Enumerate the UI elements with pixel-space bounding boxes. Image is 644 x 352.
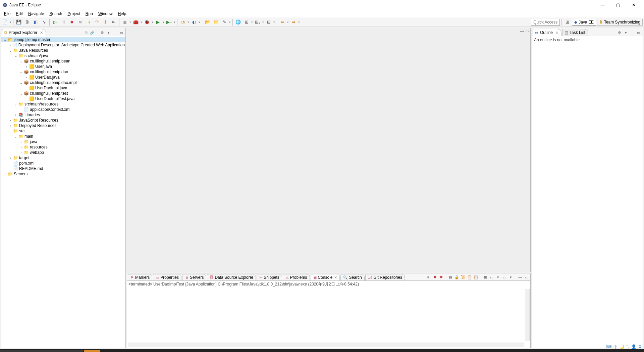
expand-toggle[interactable]: › bbox=[19, 145, 23, 149]
expand-toggle[interactable]: ⌄ bbox=[19, 70, 23, 74]
tree-node[interactable]: ›🟨User.java bbox=[1, 64, 125, 69]
step-over-button[interactable]: ↷ bbox=[93, 18, 101, 26]
menu-edit[interactable]: Edit bbox=[13, 11, 25, 17]
new-button[interactable]: 📄 bbox=[1, 18, 9, 26]
forward-button[interactable]: ➡ bbox=[290, 18, 297, 26]
tree-node[interactable]: ⌄📂jlemip [jlemip master] bbox=[1, 37, 125, 42]
tree-node[interactable]: 📄README.md bbox=[1, 166, 125, 171]
tree-node[interactable]: ›📁resources bbox=[1, 144, 125, 150]
tool-button[interactable]: ◧ bbox=[32, 18, 39, 26]
tree-node[interactable]: ⌄📦cn.lilinghui.jlemip.test bbox=[1, 91, 125, 96]
menu-search[interactable]: Search bbox=[47, 11, 65, 17]
tree-node[interactable]: ⌄📁src bbox=[1, 128, 125, 134]
tab-git-repositories[interactable]: ⎇Git Repositories bbox=[365, 274, 405, 280]
tab-servers[interactable]: 🖥Servers bbox=[182, 274, 206, 280]
disconnect-button[interactable]: ⤭ bbox=[76, 18, 84, 26]
expand-toggle[interactable]: › bbox=[24, 76, 29, 79]
spell-icon[interactable]: °, bbox=[627, 344, 629, 350]
debug-button[interactable]: 🐞 bbox=[143, 18, 151, 26]
collapse-all-button[interactable]: ⊟ bbox=[83, 30, 89, 35]
tool-button[interactable]: ⊞ bbox=[243, 18, 250, 26]
menu-window[interactable]: Window bbox=[96, 11, 115, 17]
suspend-button[interactable]: ⏸ bbox=[60, 18, 67, 26]
expand-toggle[interactable]: › bbox=[8, 156, 13, 160]
console-toolbar-button[interactable]: ▾ bbox=[508, 274, 514, 280]
tree-node[interactable]: ›📁JavaScript Resources bbox=[1, 118, 125, 123]
ime-icon[interactable]: ⌨ bbox=[606, 344, 611, 350]
tool-button[interactable]: ✎ bbox=[221, 18, 228, 26]
step-into-button[interactable]: ↴ bbox=[85, 18, 92, 26]
tree-node[interactable]: ›📁webapp bbox=[1, 150, 125, 155]
tree-node[interactable]: 🟨UserDaoImpl.java bbox=[1, 85, 125, 91]
view-menu-button[interactable]: ⚙ bbox=[100, 30, 105, 35]
tool-button[interactable]: ◐ bbox=[190, 18, 198, 26]
console-toolbar-button[interactable]: ▤ bbox=[448, 274, 453, 280]
minimize-view-button[interactable]: — bbox=[520, 29, 524, 34]
drop-frame-button[interactable]: ⇤ bbox=[110, 18, 117, 26]
tool-button[interactable]: 🌐 bbox=[234, 18, 242, 26]
tree-node[interactable]: ⌄📁src/main/resources bbox=[1, 101, 125, 107]
tool-button[interactable]: ⊞₂ bbox=[254, 18, 261, 26]
scrollbar[interactable] bbox=[525, 289, 530, 341]
console-toolbar-button[interactable]: ✖ bbox=[438, 274, 444, 280]
gear-icon[interactable]: ⚙ bbox=[638, 344, 642, 350]
maximize-view-button[interactable]: ▭ bbox=[636, 30, 641, 35]
outline-tab[interactable]: ☷ Outline ✕ bbox=[533, 29, 561, 36]
expand-toggle[interactable]: ⌄ bbox=[8, 129, 13, 133]
expand-toggle[interactable]: › bbox=[13, 113, 18, 117]
tree-node[interactable]: ›🟨UserDao.java bbox=[1, 75, 125, 80]
expand-toggle[interactable]: ⌄ bbox=[8, 49, 13, 52]
save-all-button[interactable]: 🗎 bbox=[23, 18, 31, 26]
tree-node[interactable]: ⌄📁src/main/java bbox=[1, 53, 125, 58]
tab-search[interactable]: 🔍Search bbox=[340, 274, 365, 280]
stop-button[interactable]: ■ bbox=[68, 18, 75, 26]
console-toolbar-button[interactable]: ⊞ bbox=[483, 274, 488, 280]
console-toolbar-button[interactable]: ✖ bbox=[432, 274, 437, 280]
tree-node[interactable]: ›📁java bbox=[1, 139, 125, 144]
menu-navigate[interactable]: Navigate bbox=[25, 11, 47, 17]
link-editor-button[interactable]: 🔗 bbox=[90, 30, 95, 35]
save-button[interactable]: 💾 bbox=[15, 18, 22, 26]
console-toolbar-button[interactable]: ▭ bbox=[489, 274, 494, 280]
expand-toggle[interactable]: ⌄ bbox=[19, 92, 23, 95]
maximize-view-button[interactable]: ▭ bbox=[119, 30, 124, 35]
quick-access-input[interactable]: Quick Access bbox=[531, 19, 560, 26]
tab-properties[interactable]: ▭Properties bbox=[153, 274, 181, 280]
tab-data-source-explorer[interactable]: 🗄Data Source Explorer bbox=[207, 274, 256, 280]
expand-toggle[interactable]: › bbox=[19, 140, 23, 144]
dropdown-icon[interactable]: ▾ bbox=[623, 30, 629, 35]
tab-snippets[interactable]: ✂Snippets bbox=[257, 274, 282, 280]
console-toolbar-button[interactable]: 📜 bbox=[461, 274, 466, 280]
tool-button[interactable]: ≣ bbox=[121, 18, 128, 26]
task-list-tab[interactable]: ▤ Task List bbox=[562, 29, 588, 36]
moon-icon[interactable]: 🌙 bbox=[620, 344, 625, 350]
tool-button[interactable]: ⊟ bbox=[265, 18, 272, 26]
tab-problems[interactable]: ⚠Problems bbox=[283, 274, 310, 280]
expand-toggle[interactable]: ⌄ bbox=[13, 135, 18, 138]
console-toolbar-button[interactable]: 📋 bbox=[473, 274, 479, 280]
tool-button[interactable]: ◔ bbox=[179, 18, 186, 26]
user-icon[interactable]: 👤 bbox=[631, 344, 636, 350]
expand-toggle[interactable]: ⌄ bbox=[19, 81, 23, 85]
project-tree[interactable]: ⌄📂jlemip [jlemip master]›📄Deployment Des… bbox=[1, 37, 125, 177]
project-explorer-tab[interactable]: ⧉ Project Explorer ✕ bbox=[2, 29, 46, 36]
tree-node[interactable]: ⌄📁Java Resources bbox=[1, 48, 125, 53]
console-output[interactable] bbox=[127, 288, 530, 348]
dropdown-icon[interactable]: ▾ bbox=[106, 30, 111, 35]
view-menu-button[interactable]: ⚙ bbox=[617, 30, 622, 35]
tree-node[interactable]: ⌄📁main bbox=[1, 134, 125, 139]
back-button[interactable]: ⬅ bbox=[279, 18, 286, 26]
tool-button[interactable]: 📁 bbox=[212, 18, 220, 26]
expand-toggle[interactable]: ⌄ bbox=[13, 102, 18, 106]
run-last-button[interactable]: ▶₊ bbox=[165, 18, 173, 26]
close-icon[interactable]: ✕ bbox=[334, 275, 337, 280]
close-icon[interactable]: ✕ bbox=[40, 31, 43, 35]
resume-button[interactable]: ▷ bbox=[51, 18, 59, 26]
expand-toggle[interactable]: ⌄ bbox=[13, 54, 18, 58]
console-toolbar-button[interactable]: ▭ bbox=[502, 274, 507, 280]
minimize-view-button[interactable]: — bbox=[112, 30, 118, 35]
expand-toggle[interactable]: ⌄ bbox=[19, 59, 23, 63]
run-button[interactable]: ▶ bbox=[154, 18, 162, 26]
expand-toggle[interactable]: ⌄ bbox=[3, 38, 7, 42]
console-toolbar-button[interactable]: 🔒 bbox=[454, 274, 460, 280]
